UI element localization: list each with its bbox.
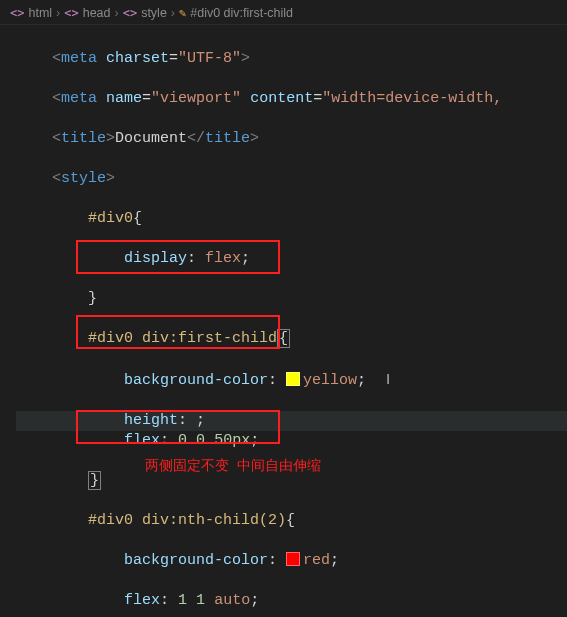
code-line[interactable]: background-color: red; bbox=[16, 551, 567, 571]
chevron-right-icon: › bbox=[171, 6, 175, 20]
breadcrumb-selector[interactable]: ✎ #div0 div:first-child bbox=[179, 6, 293, 20]
breadcrumb-label: style bbox=[141, 6, 167, 20]
breadcrumb-style[interactable]: <> style bbox=[123, 6, 167, 20]
code-line-active[interactable]: height: ; bbox=[16, 411, 567, 431]
chevron-right-icon: › bbox=[115, 6, 119, 20]
breadcrumb-label: #div0 div:first-child bbox=[190, 6, 293, 20]
breadcrumb-head[interactable]: <> head bbox=[64, 6, 110, 20]
code-line[interactable]: <title>Document</title> bbox=[16, 129, 567, 149]
breadcrumb-label: head bbox=[83, 6, 111, 20]
breadcrumb-label: html bbox=[28, 6, 52, 20]
tag-icon: <> bbox=[10, 6, 24, 20]
chevron-right-icon: › bbox=[56, 6, 60, 20]
code-editor[interactable]: <meta charset="UTF-8"> <meta name="viewp… bbox=[0, 25, 567, 617]
color-swatch-yellow[interactable] bbox=[286, 372, 300, 386]
code-line[interactable]: #div0{ bbox=[16, 209, 567, 229]
code-line[interactable]: #div0 div:nth-child(2){ bbox=[16, 511, 567, 531]
breadcrumb-html[interactable]: <> html bbox=[10, 6, 52, 20]
tag-icon: <> bbox=[123, 6, 137, 20]
code-line[interactable]: flex: 1 1 auto; bbox=[16, 591, 567, 611]
code-line[interactable]: <style> bbox=[16, 169, 567, 189]
code-line[interactable]: <meta charset="UTF-8"> bbox=[16, 49, 567, 69]
tag-icon: <> bbox=[64, 6, 78, 20]
color-swatch-red[interactable] bbox=[286, 552, 300, 566]
code-line[interactable]: <meta name="viewport" content="width=dev… bbox=[16, 89, 567, 109]
breadcrumbs: <> html › <> head › <> style › ✎ #div0 d… bbox=[0, 0, 567, 25]
code-line[interactable]: #div0 div:first-child{ bbox=[16, 329, 567, 349]
code-line[interactable]: } bbox=[16, 289, 567, 309]
text-cursor: I bbox=[386, 369, 390, 389]
annotation-text: 两侧固定不变 中间自由伸缩 bbox=[145, 455, 321, 475]
code-line[interactable]: flex: 0 0 50px; bbox=[16, 431, 567, 451]
selector-icon: ✎ bbox=[179, 6, 186, 20]
code-line[interactable]: display: flex; bbox=[16, 249, 567, 269]
code-line[interactable]: background-color: yellow;I bbox=[16, 369, 567, 391]
